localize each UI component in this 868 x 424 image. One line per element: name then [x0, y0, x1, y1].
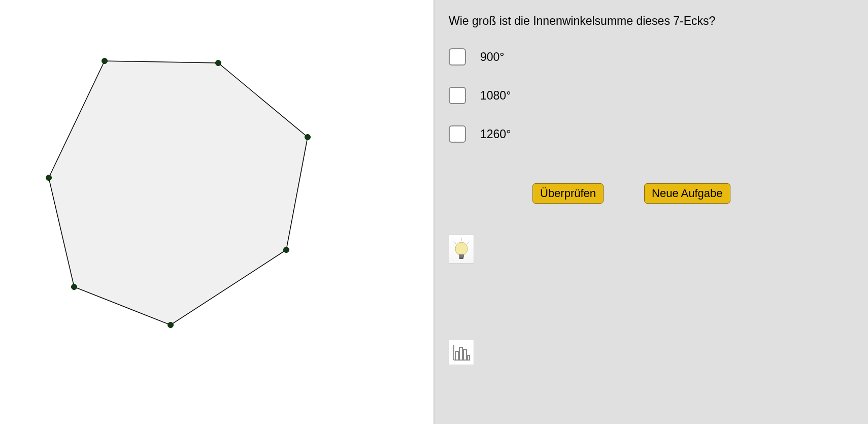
- polygon-vertex-2[interactable]: [305, 135, 311, 140]
- answer-checkbox-2[interactable]: [449, 125, 466, 143]
- polygon-vertex-0[interactable]: [102, 58, 108, 64]
- polygon-vertex-6[interactable]: [46, 175, 52, 181]
- hint-button[interactable]: [449, 234, 474, 264]
- svg-rect-11: [468, 355, 470, 360]
- svg-rect-10: [463, 349, 466, 360]
- polygon-vertex-4[interactable]: [168, 322, 174, 328]
- check-button[interactable]: Überprüfen: [532, 183, 604, 204]
- stats-button[interactable]: [449, 340, 474, 365]
- answer-option: 900°: [449, 48, 854, 66]
- answer-options: 900° 1080° 1260°: [449, 48, 854, 143]
- answer-option: 1260°: [449, 125, 854, 143]
- answer-option: 1080°: [449, 87, 854, 104]
- svg-rect-4: [459, 254, 464, 257]
- app-root: Wie groß ist die Innenwinkelsumme dieses…: [0, 0, 868, 424]
- new-task-button[interactable]: Neue Aufgabe: [644, 183, 730, 204]
- svg-rect-9: [459, 347, 462, 360]
- polygon-vertex-1[interactable]: [216, 60, 221, 66]
- polygon-svg: [0, 0, 433, 424]
- answer-checkbox-0[interactable]: [449, 48, 466, 66]
- polygon-vertex-3[interactable]: [284, 247, 289, 253]
- polygon-shape[interactable]: [49, 61, 308, 325]
- polygon-vertex-5[interactable]: [72, 284, 77, 290]
- question-text: Wie groß ist die Innenwinkelsumme dieses…: [449, 14, 854, 28]
- answer-label: 900°: [480, 50, 505, 64]
- answer-checkbox-1[interactable]: [449, 87, 466, 104]
- question-panel: Wie groß ist die Innenwinkelsumme dieses…: [435, 0, 868, 424]
- svg-line-0: [453, 242, 456, 244]
- answer-label: 1080°: [480, 89, 511, 103]
- bar-chart-icon: [451, 342, 472, 363]
- svg-line-1: [466, 242, 470, 244]
- svg-point-3: [455, 242, 468, 255]
- answer-label: 1260°: [480, 127, 511, 141]
- svg-rect-8: [455, 351, 458, 360]
- action-buttons: Überprüfen Neue Aufgabe: [532, 183, 854, 204]
- geometry-canvas[interactable]: [0, 0, 433, 424]
- lightbulb-icon: [451, 237, 472, 261]
- svg-rect-5: [459, 257, 463, 259]
